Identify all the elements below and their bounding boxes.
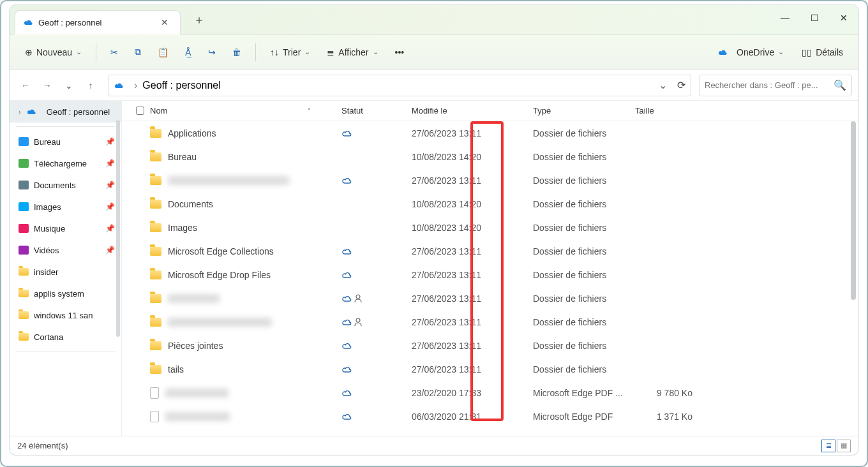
maximize-button[interactable]: ☐ [800, 5, 829, 31]
ellipsis-icon: ••• [395, 47, 405, 57]
file-row[interactable]: Documents10/08/2023 14:20Dossier de fich… [122, 192, 858, 216]
file-row[interactable]: Microsoft Edge Collections27/06/2023 13:… [122, 239, 858, 263]
file-icon [150, 387, 159, 399]
file-row[interactable]: Bureau10/08/2023 14:20Dossier de fichier… [122, 145, 858, 168]
copy-icon: ⧉ [135, 47, 141, 57]
column-headers: Nom ˄ Statut Modifié le Type Taille [122, 101, 858, 121]
new-tab-button[interactable]: ＋ [188, 10, 210, 30]
file-row[interactable]: 27/06/2023 13:11Dossier de fichiers [122, 310, 858, 334]
status-bar: 24 élément(s) ≣ ▦ [10, 436, 858, 455]
cut-button[interactable]: ✂ [104, 41, 124, 64]
close-button[interactable]: ✕ [829, 5, 858, 31]
search-input[interactable] [705, 80, 834, 90]
select-all-checkbox[interactable] [136, 107, 144, 115]
sidebar-item-onedrive[interactable]: › Geoff : personnel [10, 101, 121, 122]
column-header-type[interactable]: Type [533, 106, 635, 115]
sort-button[interactable]: ↑↓ Trier ⌄ [264, 41, 317, 64]
delete-button[interactable]: 🗑 [226, 41, 248, 64]
folder-icon [150, 152, 161, 161]
cloud-status-icon [341, 413, 352, 420]
share-button[interactable]: ↪ [202, 41, 222, 64]
details-pane-icon: ▯▯ [802, 47, 812, 57]
file-row[interactable]: 27/06/2023 13:11Dossier de fichiers [122, 286, 858, 310]
type-cell: Microsoft Edge PDF [533, 411, 635, 422]
pin-icon: 📌 [105, 224, 115, 233]
size-cell: 1 371 Ko [635, 411, 705, 422]
scrollbar[interactable] [851, 121, 856, 300]
sidebar-item-4[interactable]: Musique📌 [10, 218, 121, 239]
onedrive-status-button[interactable]: OneDrive ⌄ [711, 41, 790, 64]
shared-person-icon [354, 318, 362, 327]
sidebar-item-1[interactable]: Téléchargeme📌 [10, 152, 121, 174]
video-icon [19, 246, 29, 255]
recent-locations-button[interactable]: ⌄ [59, 76, 79, 95]
paste-button[interactable]: 📋 [151, 41, 175, 64]
file-row[interactable]: Microsoft Edge Drop Files27/06/2023 13:1… [122, 263, 858, 286]
column-header-modified[interactable]: Modifié le [412, 106, 533, 115]
separator [16, 126, 115, 127]
up-button[interactable]: ↑ [81, 76, 100, 95]
modified-cell: 27/06/2023 13:11 [412, 364, 533, 374]
redacted-name [168, 176, 289, 185]
refresh-button[interactable]: ⟳ [677, 79, 685, 91]
column-header-size[interactable]: Taille [635, 106, 705, 115]
breadcrumb-current[interactable]: Geoff : personnel [142, 80, 220, 91]
sidebar-item-3[interactable]: Images📌 [10, 196, 121, 218]
modified-cell: 27/06/2023 13:11 [412, 293, 533, 304]
sidebar-item-7[interactable]: applis system [10, 283, 121, 304]
file-name: tails [168, 364, 184, 374]
file-row[interactable]: Applications27/06/2023 13:11Dossier de f… [122, 121, 858, 145]
forward-button[interactable]: → [38, 76, 57, 95]
sidebar-item-8[interactable]: windows 11 san [10, 304, 121, 326]
thumbnails-view-button[interactable]: ▦ [837, 440, 851, 452]
new-button[interactable]: ⊕ Nouveau ⌄ [19, 41, 88, 64]
list-icon: ≣ [327, 47, 334, 57]
file-row[interactable]: Images10/08/2023 14:20Dossier de fichier… [122, 216, 858, 239]
rename-icon: Å̲ [185, 47, 191, 57]
back-button[interactable]: ← [16, 76, 35, 95]
sidebar-item-6[interactable]: insider [10, 261, 121, 283]
separator [16, 352, 115, 352]
sidebar-item-0[interactable]: Bureau📌 [10, 131, 121, 152]
file-list-pane: Nom ˄ Statut Modifié le Type Taille Appl… [122, 101, 858, 436]
copy-button[interactable]: ⧉ [128, 41, 147, 64]
size-cell: 9 780 Ko [635, 388, 705, 398]
sidebar-item-label: Images [34, 202, 61, 212]
type-cell: Microsoft Edge PDF ... [533, 388, 635, 398]
file-row[interactable]: 23/02/2020 17:33Microsoft Edge PDF ...9 … [122, 381, 858, 404]
tab-close-icon[interactable]: ✕ [157, 16, 172, 29]
column-header-statut[interactable]: Statut [341, 106, 412, 115]
rename-button[interactable]: Å̲ [179, 41, 198, 64]
file-row[interactable]: 06/03/2020 21:31Microsoft Edge PDF1 371 … [122, 404, 858, 428]
file-row[interactable]: tails27/06/2023 13:11Dossier de fichiers [122, 357, 858, 381]
separator [96, 43, 96, 61]
column-header-name[interactable]: Nom ˄ [150, 106, 341, 115]
file-row[interactable]: 27/06/2023 13:11Dossier de fichiers [122, 168, 858, 192]
scrollbar[interactable] [116, 120, 120, 337]
sidebar-item-5[interactable]: Vidéos📌 [10, 239, 121, 261]
cloud-status-icon [341, 248, 352, 255]
cloud-status-icon [341, 366, 352, 373]
sort-icon: ↑↓ [270, 47, 279, 57]
redacted-name [165, 412, 230, 421]
search-box[interactable]: 🔍 [699, 75, 852, 96]
sidebar-item-2[interactable]: Documents📌 [10, 174, 121, 196]
file-row[interactable]: Pièces jointes27/06/2023 13:11Dossier de… [122, 334, 858, 357]
sidebar-item-label: Cortana [34, 332, 63, 342]
address-bar[interactable]: › Geoff : personnel ⌄ ⟳ [108, 75, 691, 96]
sidebar-item-label: insider [34, 267, 58, 277]
file-name: Documents [168, 199, 213, 209]
minimize-button[interactable]: — [770, 5, 800, 31]
sidebar-item-9[interactable]: Cortana [10, 326, 121, 348]
details-view-button[interactable]: ≣ [821, 440, 835, 452]
modified-cell: 10/08/2023 14:20 [412, 199, 533, 209]
more-button[interactable]: ••• [389, 41, 411, 64]
tab-title: Geoff : personnel [38, 18, 157, 27]
chevron-down-icon[interactable]: ⌄ [659, 79, 667, 91]
sidebar-item-label: Bureau [34, 137, 61, 147]
type-cell: Dossier de fichiers [533, 246, 635, 256]
active-tab[interactable]: Geoff : personnel ✕ [15, 10, 181, 34]
folder-icon [150, 294, 161, 303]
details-pane-button[interactable]: ▯▯ Détails [795, 41, 849, 64]
view-button[interactable]: ≣ Afficher ⌄ [320, 41, 384, 64]
